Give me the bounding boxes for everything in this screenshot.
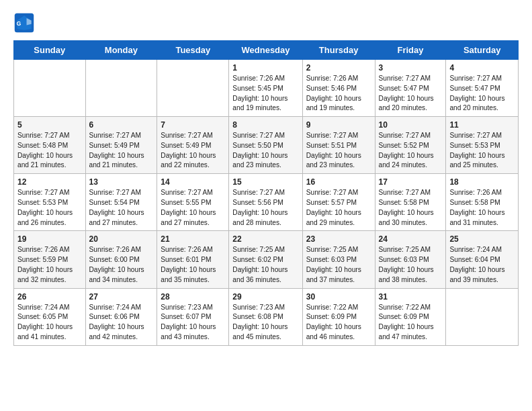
day-header-thursday: Thursday <box>302 41 375 60</box>
day-info: Sunrise: 7:22 AM Sunset: 6:09 PM Dayligh… <box>379 303 443 342</box>
calendar-day-17: 17Sunrise: 7:27 AM Sunset: 5:58 PM Dayli… <box>375 174 446 231</box>
day-number: 22 <box>232 234 298 244</box>
day-info: Sunrise: 7:27 AM Sunset: 5:57 PM Dayligh… <box>306 188 371 228</box>
calendar-day-25: 25Sunrise: 7:24 AM Sunset: 6:04 PM Dayli… <box>446 231 519 288</box>
day-info: Sunrise: 7:27 AM Sunset: 5:48 PM Dayligh… <box>17 131 82 171</box>
day-info: Sunrise: 7:27 AM Sunset: 5:58 PM Dayligh… <box>379 188 443 228</box>
header: G <box>13 12 519 34</box>
calendar-day-3: 3Sunrise: 7:27 AM Sunset: 5:47 PM Daylig… <box>375 60 446 117</box>
calendar-day-18: 18Sunrise: 7:26 AM Sunset: 5:58 PM Dayli… <box>446 174 519 231</box>
day-info: Sunrise: 7:27 AM Sunset: 5:51 PM Dayligh… <box>306 131 371 171</box>
day-number: 5 <box>17 120 82 130</box>
day-number: 29 <box>232 292 298 302</box>
day-number: 17 <box>379 177 443 187</box>
day-number: 14 <box>161 177 225 187</box>
day-number: 31 <box>379 292 443 302</box>
day-number: 12 <box>17 177 82 187</box>
calendar-week-row: 5Sunrise: 7:27 AM Sunset: 5:48 PM Daylig… <box>14 117 519 174</box>
day-number: 2 <box>306 63 371 73</box>
calendar-day-7: 7Sunrise: 7:27 AM Sunset: 5:49 PM Daylig… <box>157 117 229 174</box>
day-header-monday: Monday <box>85 41 157 60</box>
day-number: 1 <box>232 63 298 73</box>
day-info: Sunrise: 7:24 AM Sunset: 6:06 PM Dayligh… <box>89 303 154 342</box>
day-info: Sunrise: 7:27 AM Sunset: 5:49 PM Dayligh… <box>161 131 225 171</box>
day-info: Sunrise: 7:27 AM Sunset: 5:53 PM Dayligh… <box>17 188 82 228</box>
day-number: 28 <box>161 292 225 302</box>
calendar-day-23: 23Sunrise: 7:25 AM Sunset: 6:03 PM Dayli… <box>302 231 375 288</box>
calendar-day-21: 21Sunrise: 7:26 AM Sunset: 6:01 PM Dayli… <box>157 231 229 288</box>
day-info: Sunrise: 7:26 AM Sunset: 6:01 PM Dayligh… <box>161 245 225 285</box>
calendar-week-row: 26Sunrise: 7:24 AM Sunset: 6:05 PM Dayli… <box>14 288 519 345</box>
page: G SundayMondayTuesdayWednesdayThursdayFr… <box>0 0 532 358</box>
day-number: 7 <box>161 120 225 130</box>
logo-icon: G <box>13 12 35 34</box>
day-info: Sunrise: 7:27 AM Sunset: 5:56 PM Dayligh… <box>232 188 298 228</box>
day-info: Sunrise: 7:23 AM Sunset: 6:07 PM Dayligh… <box>161 303 225 342</box>
day-number: 8 <box>232 120 298 130</box>
day-info: Sunrise: 7:27 AM Sunset: 5:49 PM Dayligh… <box>89 131 154 171</box>
day-info: Sunrise: 7:27 AM Sunset: 5:54 PM Dayligh… <box>89 188 154 228</box>
day-info: Sunrise: 7:26 AM Sunset: 5:45 PM Dayligh… <box>232 74 298 113</box>
day-info: Sunrise: 7:23 AM Sunset: 6:08 PM Dayligh… <box>232 303 298 342</box>
day-header-friday: Friday <box>375 41 446 60</box>
day-number: 30 <box>306 292 371 302</box>
calendar-day-8: 8Sunrise: 7:27 AM Sunset: 5:50 PM Daylig… <box>229 117 302 174</box>
day-info: Sunrise: 7:25 AM Sunset: 6:03 PM Dayligh… <box>379 245 443 285</box>
day-info: Sunrise: 7:27 AM Sunset: 5:52 PM Dayligh… <box>379 131 443 171</box>
day-info: Sunrise: 7:27 AM Sunset: 5:50 PM Dayligh… <box>232 131 298 171</box>
calendar-week-row: 1Sunrise: 7:26 AM Sunset: 5:45 PM Daylig… <box>14 60 519 117</box>
calendar-day-20: 20Sunrise: 7:26 AM Sunset: 6:00 PM Dayli… <box>85 231 157 288</box>
calendar-day-30: 30Sunrise: 7:22 AM Sunset: 6:09 PM Dayli… <box>302 288 375 345</box>
day-number: 11 <box>449 120 515 130</box>
calendar-week-row: 19Sunrise: 7:26 AM Sunset: 5:59 PM Dayli… <box>14 231 519 288</box>
day-info: Sunrise: 7:26 AM Sunset: 5:46 PM Dayligh… <box>306 74 371 113</box>
calendar-empty-cell <box>14 60 86 117</box>
day-info: Sunrise: 7:24 AM Sunset: 6:05 PM Dayligh… <box>17 303 82 342</box>
day-number: 15 <box>232 177 298 187</box>
calendar-day-4: 4Sunrise: 7:27 AM Sunset: 5:47 PM Daylig… <box>446 60 519 117</box>
day-number: 6 <box>89 120 154 130</box>
calendar-day-6: 6Sunrise: 7:27 AM Sunset: 5:49 PM Daylig… <box>85 117 157 174</box>
calendar-day-9: 9Sunrise: 7:27 AM Sunset: 5:51 PM Daylig… <box>302 117 375 174</box>
day-number: 18 <box>449 177 515 187</box>
calendar-day-5: 5Sunrise: 7:27 AM Sunset: 5:48 PM Daylig… <box>14 117 86 174</box>
calendar-day-11: 11Sunrise: 7:27 AM Sunset: 5:53 PM Dayli… <box>446 117 519 174</box>
calendar-day-28: 28Sunrise: 7:23 AM Sunset: 6:07 PM Dayli… <box>157 288 229 345</box>
calendar-day-16: 16Sunrise: 7:27 AM Sunset: 5:57 PM Dayli… <box>302 174 375 231</box>
day-header-wednesday: Wednesday <box>229 41 302 60</box>
calendar-day-24: 24Sunrise: 7:25 AM Sunset: 6:03 PM Dayli… <box>375 231 446 288</box>
calendar-day-12: 12Sunrise: 7:27 AM Sunset: 5:53 PM Dayli… <box>14 174 86 231</box>
day-number: 10 <box>379 120 443 130</box>
day-info: Sunrise: 7:26 AM Sunset: 6:00 PM Dayligh… <box>89 245 154 285</box>
calendar-day-2: 2Sunrise: 7:26 AM Sunset: 5:46 PM Daylig… <box>302 60 375 117</box>
calendar-day-26: 26Sunrise: 7:24 AM Sunset: 6:05 PM Dayli… <box>14 288 86 345</box>
calendar-week-row: 12Sunrise: 7:27 AM Sunset: 5:53 PM Dayli… <box>14 174 519 231</box>
calendar-day-13: 13Sunrise: 7:27 AM Sunset: 5:54 PM Dayli… <box>85 174 157 231</box>
day-number: 25 <box>449 234 515 244</box>
day-info: Sunrise: 7:26 AM Sunset: 5:59 PM Dayligh… <box>17 245 82 285</box>
calendar-day-14: 14Sunrise: 7:27 AM Sunset: 5:55 PM Dayli… <box>157 174 229 231</box>
calendar-empty-cell <box>446 288 519 345</box>
calendar-day-1: 1Sunrise: 7:26 AM Sunset: 5:45 PM Daylig… <box>229 60 302 117</box>
day-header-sunday: Sunday <box>14 41 86 60</box>
calendar-header-row: SundayMondayTuesdayWednesdayThursdayFrid… <box>14 41 519 60</box>
day-info: Sunrise: 7:27 AM Sunset: 5:55 PM Dayligh… <box>161 188 225 228</box>
day-header-tuesday: Tuesday <box>157 41 229 60</box>
calendar-day-10: 10Sunrise: 7:27 AM Sunset: 5:52 PM Dayli… <box>375 117 446 174</box>
day-info: Sunrise: 7:25 AM Sunset: 6:03 PM Dayligh… <box>306 245 371 285</box>
calendar-day-19: 19Sunrise: 7:26 AM Sunset: 5:59 PM Dayli… <box>14 231 86 288</box>
day-number: 24 <box>379 234 443 244</box>
day-number: 9 <box>306 120 371 130</box>
day-number: 3 <box>379 63 443 73</box>
calendar-day-31: 31Sunrise: 7:22 AM Sunset: 6:09 PM Dayli… <box>375 288 446 345</box>
day-info: Sunrise: 7:27 AM Sunset: 5:47 PM Dayligh… <box>379 74 443 113</box>
day-number: 13 <box>89 177 154 187</box>
calendar-day-22: 22Sunrise: 7:25 AM Sunset: 6:02 PM Dayli… <box>229 231 302 288</box>
day-info: Sunrise: 7:27 AM Sunset: 5:53 PM Dayligh… <box>449 131 515 171</box>
day-number: 16 <box>306 177 371 187</box>
day-number: 4 <box>449 63 515 73</box>
calendar-empty-cell <box>157 60 229 117</box>
day-info: Sunrise: 7:24 AM Sunset: 6:04 PM Dayligh… <box>449 245 515 285</box>
day-number: 23 <box>306 234 371 244</box>
calendar-empty-cell <box>85 60 157 117</box>
